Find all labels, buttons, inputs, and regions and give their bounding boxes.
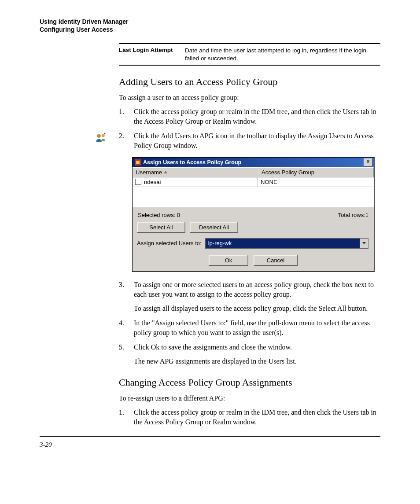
sort-ascending-icon (164, 171, 167, 173)
step-1-text: Click the access policy group or realm i… (134, 107, 380, 127)
dropdown-arrow-button[interactable] (360, 239, 368, 248)
attr-desc: Date and time the user last attempted to… (185, 47, 380, 62)
section2-steps: 1. Click the access policy group or real… (119, 408, 380, 427)
row-username: ndesai (144, 179, 161, 185)
step-3-sub: To assign all displayed users to the acc… (134, 304, 380, 313)
select-all-button[interactable]: Select All (137, 222, 185, 233)
section1-steps: 1. Click the access policy group or real… (119, 107, 380, 151)
step-3-text: To assign one or more selected users to … (134, 281, 374, 298)
grid-status-row: Selected rows: 0 Total rows:1 (133, 207, 374, 222)
grid-empty-area (133, 187, 374, 207)
assign-dropdown-value: lp-reg-wk (206, 239, 360, 248)
section1-steps-cont: 3. To assign one or more selected users … (119, 280, 380, 367)
dialog-app-icon (134, 159, 141, 166)
step-5-text: Click Ok to save the assignments and clo… (134, 343, 292, 351)
section2-step-1: 1. Click the access policy group or real… (119, 408, 380, 427)
section2-intro: To re-assign users to a different APG: (119, 394, 380, 403)
add-users-to-apg-icon (95, 132, 107, 144)
close-button[interactable]: × (364, 158, 372, 166)
dialog-title: Assign Users to Access Policy Group (143, 159, 364, 166)
deselect-all-button[interactable]: Deselect All (190, 222, 238, 233)
attr-term: Last Login Attempt (119, 47, 185, 62)
section1-intro: To assign a user to an access policy gro… (119, 93, 380, 103)
header-line2: Configuring User Access (40, 26, 380, 33)
cancel-button[interactable]: Cancel (254, 255, 298, 266)
dialog-titlebar: Assign Users to Access Policy Group × (133, 158, 374, 167)
svg-rect-3 (136, 161, 140, 164)
step-2-text: Click the Add Users to APG icon in the t… (134, 131, 380, 151)
selected-rows-label: Selected rows: 0 (138, 212, 180, 218)
assign-label: Assign selected Users to: (137, 240, 202, 246)
total-rows-label: Total rows:1 (338, 212, 368, 218)
row-checkbox[interactable] (135, 179, 141, 185)
assign-dropdown[interactable]: lp-reg-wk (205, 238, 368, 249)
page-footer: 3-20 (40, 436, 380, 449)
attribute-table: Last Login Attempt Date and time the use… (119, 43, 380, 66)
section-adding-users-title: Adding Users to an Access Policy Group (119, 76, 380, 88)
step-4-text: In the "Assign selected Users to:" field… (134, 318, 380, 338)
step-5: 5. Click Ok to save the assignments and … (119, 342, 380, 367)
svg-point-0 (97, 134, 101, 138)
grid-header: Username Access Policy Group (133, 167, 374, 177)
step-4: 4. In the "Assign selected Users to:" fi… (119, 318, 380, 338)
section2-step-1-text: Click the access policy group or realm i… (134, 408, 380, 427)
step-5-sub: The new APG assignments are displayed in… (134, 357, 380, 366)
svg-point-1 (102, 134, 105, 137)
col-username-label: Username (136, 169, 162, 176)
running-header: Using Identity Driven Manager Configurin… (40, 18, 380, 33)
step-1: 1. Click the access policy group or real… (119, 107, 380, 127)
header-line1: Using Identity Driven Manager (40, 18, 380, 26)
row-apg: NONE (258, 177, 374, 187)
table-row[interactable]: ndesai NONE (133, 177, 374, 187)
section-changing-apg-title: Changing Access Policy Group Assignments (119, 377, 380, 388)
col-apg[interactable]: Access Policy Group (258, 167, 374, 177)
assign-users-dialog: Assign Users to Access Policy Group × Us… (132, 157, 375, 272)
step-2: 2. Click the Add Users to APG icon in th… (119, 131, 380, 151)
step-3: 3. To assign one or more selected users … (119, 280, 380, 314)
ok-button[interactable]: Ok (209, 255, 248, 266)
page-number: 3-20 (40, 441, 380, 449)
col-username[interactable]: Username (133, 167, 258, 177)
chevron-down-icon (362, 242, 366, 244)
